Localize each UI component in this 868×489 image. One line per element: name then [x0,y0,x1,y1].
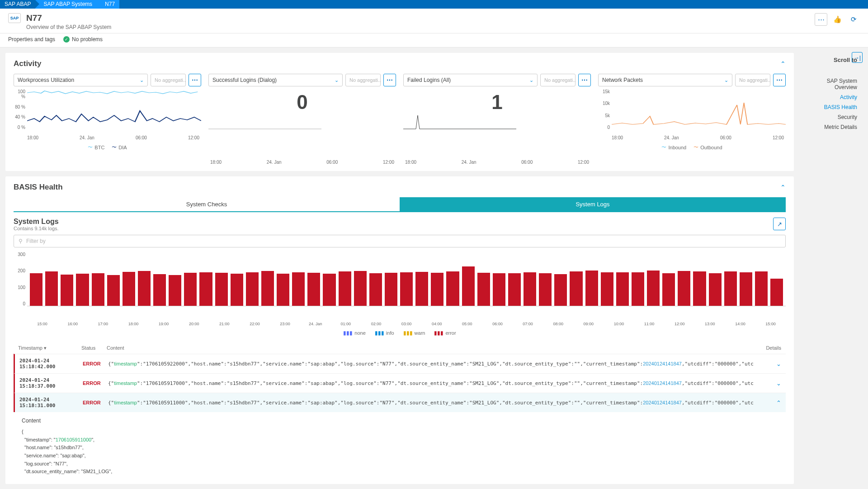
chevron-up-icon[interactable]: ⌃ [780,184,786,191]
metric-value: 1 [403,91,591,114]
log-bar[interactable] [261,271,274,306]
metric-value: 0 [208,91,396,114]
log-bar[interactable] [76,274,89,306]
system-logs-title: System Logs [14,218,59,226]
log-row[interactable]: 2024-01-24 15:18:37.000ERROR{"timestamp"… [14,373,786,393]
chevron-down-icon[interactable]: ⌄ [776,380,781,387]
log-bar[interactable] [246,272,259,306]
collapse-nav-icon[interactable]: →| [852,52,863,63]
col-details: Details [754,345,781,351]
chevron-up-icon[interactable]: ⌃ [780,60,786,67]
log-bar[interactable] [385,273,397,306]
card-more-button[interactable]: ⋯ [383,74,396,86]
scroll-to-nav: →| Scroll to SAP System OverviewActivity… [799,53,863,484]
metric-select[interactable]: Network Packets⌄ [598,74,732,86]
scrollto-basis-health[interactable]: BASIS Health [803,102,857,112]
log-detail-pane: Content { "timestamp": "1706105911000", … [14,412,786,478]
log-bar[interactable] [755,271,768,306]
sap-logo-icon: SAP [8,13,21,23]
log-bar[interactable] [369,273,382,306]
scrollto-metric-details[interactable]: Metric Details [803,122,857,132]
card-more-button[interactable]: ⋯ [189,74,201,86]
log-bar[interactable] [724,271,737,306]
refresh-icon[interactable]: ⟳ [847,13,860,26]
log-bar[interactable] [354,271,367,306]
log-bar[interactable] [709,273,722,306]
log-row[interactable]: 2024-01-24 15:18:31.000ERROR{"timestamp"… [14,393,786,412]
tab-system-checks[interactable]: System Checks [14,197,400,212]
log-bar[interactable] [107,275,120,306]
log-row[interactable]: 2024-01-24 15:18:42.000ERROR{"timestamp"… [14,354,786,373]
log-bar[interactable] [462,266,475,306]
aggregation-select[interactable]: No aggregati... [151,74,186,86]
log-table-header: Timestamp ▾ Status Content Details [14,342,786,354]
log-bar[interactable] [339,271,351,306]
log-bar[interactable] [153,274,166,306]
metric-select[interactable]: Failed Logins (All)⌄ [403,74,538,86]
log-bar[interactable] [632,272,644,306]
col-content[interactable]: Content [107,345,754,351]
log-bar[interactable] [693,271,706,306]
log-bar[interactable] [92,273,104,306]
scrollto-sap-system-overview[interactable]: SAP System Overview [803,76,857,92]
filter-placeholder: Filter by [26,238,46,244]
expand-logs-button[interactable]: ↗ [773,218,786,230]
log-bar[interactable] [678,271,690,306]
chevron-down-icon[interactable]: ⌄ [776,361,781,367]
chevron-up-icon[interactable]: ⌃ [776,399,781,406]
more-actions-button[interactable]: ⋯ [815,13,827,26]
log-bar[interactable] [45,271,58,306]
log-bar[interactable] [770,279,783,306]
log-bar[interactable] [184,273,197,306]
tab-system-logs[interactable]: System Logs [400,197,786,212]
properties-tags-link[interactable]: Properties and tags [8,36,55,43]
log-bar[interactable] [400,272,413,306]
card-more-button[interactable]: ⋯ [578,74,591,86]
col-status[interactable]: Status [81,345,107,351]
log-bar[interactable] [570,271,582,306]
filter-input[interactable]: ⚲ Filter by [14,235,786,247]
metric-select[interactable]: Workprocess Utilization⌄ [14,74,148,86]
log-bar[interactable] [508,273,521,306]
scrollto-activity[interactable]: Activity [803,92,857,102]
log-bar[interactable] [215,273,228,306]
aggregation-select[interactable]: No aggregati... [345,74,381,86]
log-bar[interactable] [169,275,181,306]
log-bar[interactable] [662,273,675,306]
detail-timestamp: 1706105911000 [56,437,92,442]
log-bar[interactable] [601,272,613,306]
log-bar[interactable] [61,275,73,306]
log-bar[interactable] [647,271,660,306]
col-timestamp[interactable]: Timestamp ▾ [18,345,81,351]
log-bar[interactable] [277,274,289,306]
log-bar[interactable] [493,273,505,306]
log-bar[interactable] [740,272,752,306]
log-bar[interactable] [415,272,428,306]
log-bar[interactable] [307,273,320,306]
log-bar[interactable] [446,271,459,306]
log-bar[interactable] [616,272,629,306]
activity-card-3: Network Packets⌄No aggregati...⋯15k10k5k… [598,74,786,165]
breadcrumb-systems[interactable]: SAP ABAP Systems [35,0,97,9]
log-bar[interactable] [292,272,305,306]
log-bar[interactable] [524,272,536,306]
log-bar[interactable] [477,273,490,306]
log-bar[interactable] [323,274,335,306]
detail-label: Content [22,417,781,425]
breadcrumb-sap-abap[interactable]: SAP ABAP [0,0,35,9]
log-bar[interactable] [30,273,42,306]
log-bar[interactable] [539,273,552,306]
log-bar[interactable] [123,272,135,306]
log-bar[interactable] [431,273,443,306]
log-bar[interactable] [231,274,243,306]
card-more-button[interactable]: ⋯ [773,74,786,86]
thumbs-up-icon[interactable]: 👍 [831,13,844,26]
log-bar[interactable] [138,271,151,306]
metric-select[interactable]: Successful Logins (Dialog)⌄ [208,74,343,86]
log-bar[interactable] [199,272,212,306]
aggregation-select[interactable]: No aggregati... [540,74,576,86]
scrollto-security[interactable]: Security [803,112,857,122]
log-bar[interactable] [554,274,567,306]
log-bar[interactable] [585,271,598,306]
aggregation-select[interactable]: No aggregati... [735,74,770,86]
